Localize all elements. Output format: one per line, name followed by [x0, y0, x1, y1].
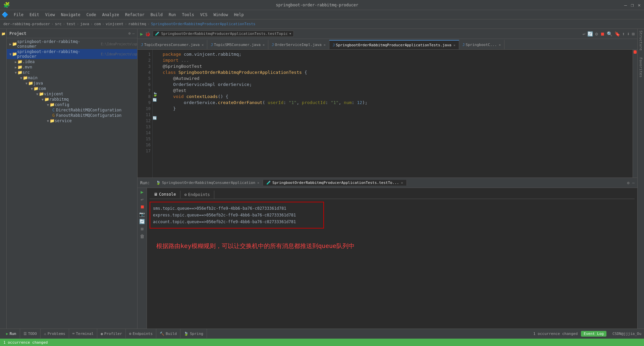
breadcrumb-part[interactable]: src	[55, 22, 62, 26]
breadcrumb-part[interactable]: vinjcent	[106, 22, 123, 26]
favorites-icon[interactable]: Favorites	[639, 57, 643, 78]
status-run[interactable]: ▶ Run	[3, 329, 20, 339]
run-minimize-icon[interactable]: —	[632, 181, 635, 185]
breadcrumb-part[interactable]: java	[80, 22, 89, 26]
toolbar-icon-back[interactable]: ↩	[583, 31, 585, 37]
console-tab-endpoints[interactable]: ⚙ Endpoints	[180, 191, 214, 199]
tree-item-idea[interactable]: ▶ 📁 .idea	[7, 59, 137, 64]
menu-help[interactable]: Help	[231, 12, 247, 18]
run-button[interactable]: ▶	[140, 31, 143, 37]
menu-file[interactable]: File	[11, 12, 26, 18]
tree-label: service	[55, 118, 72, 123]
menu-vcs[interactable]: VCS	[198, 12, 210, 18]
run-config-selector[interactable]: 🧪 SpringbootOrderRabbitmqProducerApplica…	[153, 31, 293, 37]
toolbar-icon-up[interactable]: ⬆	[622, 31, 625, 37]
tab-order-service[interactable]: J OrderServiceImpl.java ✕	[268, 40, 329, 49]
run-config-dropdown[interactable]: ▾	[289, 32, 291, 36]
tree-item-direct[interactable]: C DirectRabbitMQConfiguration	[7, 107, 137, 113]
tab-icon: J	[272, 43, 274, 47]
breadcrumb-part[interactable]: com	[94, 22, 101, 26]
tree-item-java[interactable]: ▼ 📁 java	[7, 81, 137, 86]
status-terminal[interactable]: ⌨ Terminal	[69, 329, 98, 339]
event-log-button[interactable]: Event Log	[581, 331, 606, 337]
tab-topic-sms[interactable]: J TopicSMSConsumer.java ✕	[207, 40, 268, 49]
folder-icon: 📁	[12, 52, 17, 56]
tab-close[interactable]: ✕	[263, 43, 265, 47]
panel-icon-collapse[interactable]: —	[132, 31, 135, 36]
tab-close[interactable]: ✕	[324, 43, 326, 47]
tree-item-mvn[interactable]: ▶ 📁 .mvn	[7, 64, 137, 70]
tree-item-producer[interactable]: ▼ 📁 springboot-order-rabbitmq-producer E…	[7, 49, 137, 59]
close-button[interactable]: ✕	[638, 2, 641, 8]
tab-close[interactable]: ✕	[499, 43, 501, 47]
run-camera-icon[interactable]: 📷	[139, 211, 145, 217]
toolbar-icon-expand[interactable]: ⊞	[632, 31, 635, 37]
tab-close[interactable]: ✕	[202, 43, 204, 47]
breadcrumb-part[interactable]: der-rabbitmq-producer	[3, 22, 50, 26]
toolbar-icon-search[interactable]: 🔍	[607, 31, 612, 37]
breadcrumb-part[interactable]: test	[66, 22, 75, 26]
tab-springboot-c[interactable]: J SpringbootC... ✕	[459, 40, 504, 49]
run-refresh-icon[interactable]: 🔄	[139, 219, 145, 224]
status-endpoints[interactable]: ⚙ Endpoints	[126, 329, 156, 339]
tree-item-consumer[interactable]: ▶ 📁 springboot-order-rabbitmq-consumer E…	[7, 39, 137, 49]
tree-item-rabbitmq[interactable]: ▼ 📁 rabbitmq	[7, 97, 137, 102]
menu-window[interactable]: Window	[211, 12, 230, 18]
status-build-label: Build	[166, 332, 177, 336]
maximize-button[interactable]: ❐	[631, 2, 634, 8]
tree-item-vinjcent[interactable]: ▼ 📁 vinjcent	[7, 91, 137, 97]
tree-item-src[interactable]: ▼ 📁 src	[7, 70, 137, 75]
run-stop-icon[interactable]: ⏹	[140, 204, 145, 209]
toolbar-icon-refresh[interactable]: 🔄	[587, 31, 593, 37]
debug-button[interactable]: 🐞	[145, 31, 151, 37]
tab-producer-tests[interactable]: J SpringbootOrderRabbitmqProducerApplica…	[329, 40, 459, 49]
tab-close[interactable]: ✕	[453, 43, 455, 47]
code-content[interactable]: package com.vinjcent.rabbitmq; import ..…	[159, 50, 633, 178]
menu-navigate[interactable]: Navigate	[58, 12, 83, 18]
panel-icon-gear[interactable]: ⚙	[128, 31, 131, 36]
tree-item-fanout[interactable]: G FanoutRabbitMQConfiguration	[7, 113, 137, 118]
run-play-icon[interactable]: ▶	[141, 189, 143, 195]
run-tab-consumer-close[interactable]: ✕	[257, 181, 259, 185]
tree-item-main[interactable]: ▼ 📁 main	[7, 75, 137, 81]
status-build[interactable]: 🔨 Build	[156, 329, 180, 339]
run-panel-header: Run: 🍃 SpringbootOrderRabbitmqConsumerAp…	[138, 178, 637, 188]
project-toggle-icon[interactable]: 📁	[0, 31, 6, 37]
run-tab-producer-close[interactable]: ✕	[401, 181, 403, 185]
csdn-label: CSDN@jjjia_Ou	[612, 332, 641, 336]
toolbar-icon-download[interactable]: ⬇	[627, 31, 630, 37]
title-bar-controls: — ❐ ✕	[624, 2, 641, 8]
tree-item-service[interactable]: ▼ 📁 service	[7, 118, 137, 123]
structure-icon[interactable]: Structure	[639, 31, 643, 51]
menu-edit[interactable]: Edit	[27, 12, 42, 18]
folder-icon: 📁	[39, 92, 44, 96]
tab-topic-express[interactable]: J TopicExpressConsumer.java ✕	[138, 40, 207, 49]
toolbar-icon-bookmark[interactable]: 🔖	[614, 31, 620, 37]
toolbar-icon-settings[interactable]: ⚙	[595, 31, 598, 37]
menu-tools[interactable]: Tools	[179, 12, 197, 18]
tree-item-com[interactable]: ▼ 📁 com	[7, 86, 137, 91]
menu-view[interactable]: View	[43, 12, 58, 18]
run-tab-producer-tests[interactable]: 🧪 SpringbootOrderRabbitmqProducerApplica…	[263, 180, 407, 186]
status-todo[interactable]: ☰ TODO	[20, 329, 41, 339]
run-tab-consumer[interactable]: 🍃 SpringbootOrderRabbitmqConsumerApplica…	[153, 180, 263, 186]
run-split-icon[interactable]: ⊞	[141, 226, 143, 232]
menu-build[interactable]: Build	[148, 12, 165, 18]
console-tab-console[interactable]: 🖥 Console	[150, 191, 180, 199]
status-profiler[interactable]: ◉ Profiler	[97, 329, 126, 339]
tree-item-config[interactable]: ▼ 📁 config	[7, 102, 137, 107]
toolbar-icon-stop[interactable]: ⏹	[600, 31, 605, 37]
menu-code[interactable]: Code	[84, 12, 99, 18]
run-step-icon[interactable]: ↩	[141, 197, 143, 202]
minimize-button[interactable]: —	[624, 2, 627, 8]
breadcrumb-part[interactable]: rabbitmq	[128, 22, 146, 26]
menu-refactor[interactable]: Refactor	[122, 12, 147, 18]
status-spring[interactable]: 🍃 Spring	[180, 329, 207, 339]
status-problems[interactable]: ⚠ Problems	[41, 329, 69, 339]
breadcrumb-active[interactable]: SpringbootOrderRabbitmqProducerApplicati…	[151, 22, 255, 26]
menu-analyze[interactable]: Analyze	[99, 12, 122, 18]
endpoints-icon: ⚙	[184, 192, 187, 197]
run-settings-icon[interactable]: ⚙	[627, 181, 630, 185]
run-filter-icon[interactable]: 🗑	[140, 234, 145, 239]
menu-run[interactable]: Run	[166, 12, 179, 18]
